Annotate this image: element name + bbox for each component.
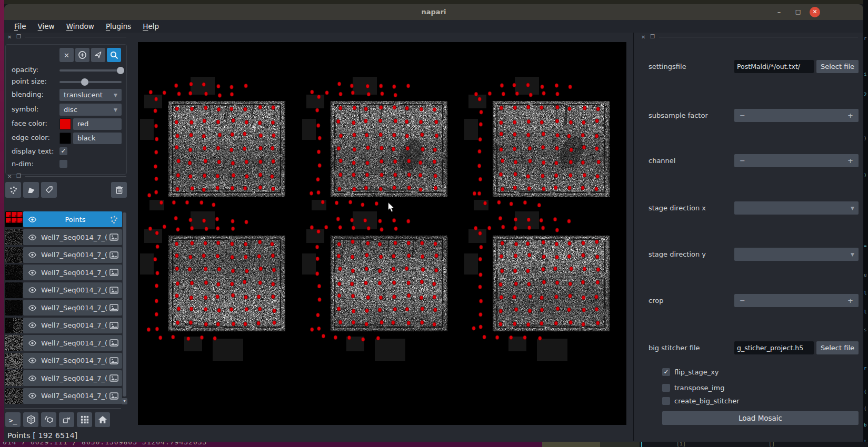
terminal-glyph: u [864, 272, 866, 278]
layer-row[interactable]: Well7_Seq0014_7_( [23, 300, 122, 316]
visibility-eye-icon[interactable] [23, 357, 41, 364]
dock-float-icon[interactable]: ❐ [16, 34, 21, 39]
load-mosaic-button[interactable]: Load Mosaic [662, 411, 859, 425]
increment-icon[interactable]: + [847, 297, 853, 304]
visibility-eye-icon[interactable] [23, 287, 41, 293]
flip_stage_xy-checkbox[interactable]: ✓ [662, 368, 670, 376]
increment-icon[interactable]: + [847, 157, 853, 165]
console-button[interactable]: >_ [5, 412, 21, 427]
dock-float-icon[interactable]: ❐ [650, 34, 655, 39]
viewer-canvas[interactable] [138, 42, 626, 425]
layer-row[interactable]: Well7_Seq0014_7_( [23, 370, 122, 386]
big-stitcher-file-input[interactable]: g_sticher_project.h5 [734, 341, 814, 354]
plus-circle-icon [78, 50, 87, 59]
visibility-eye-icon[interactable] [23, 251, 41, 258]
decrement-icon[interactable]: − [740, 297, 745, 304]
terminal-glyph: b [864, 422, 866, 428]
layer-row[interactable]: Points [23, 211, 122, 227]
create_big_stitcher-label: create_big_stitcher [674, 397, 740, 405]
layer-row[interactable]: Well7_Seq0014_7_( [23, 318, 122, 333]
transpose-dimensions-button[interactable] [59, 412, 74, 427]
menu-view[interactable]: View [32, 22, 61, 31]
titlebar[interactable]: napari – □ ✕ [4, 4, 863, 20]
increment-icon[interactable]: + [847, 111, 853, 119]
dock-float-icon[interactable]: ❐ [16, 174, 21, 179]
layer-row[interactable]: Well7_Seq0014_7_( [23, 353, 122, 369]
pan-zoom-button[interactable] [107, 48, 121, 62]
visibility-eye-icon[interactable] [23, 340, 41, 347]
new-shapes-layer-button[interactable] [23, 182, 39, 198]
opacity-slider-handle[interactable] [117, 67, 124, 74]
visibility-eye-icon[interactable] [23, 304, 41, 311]
visibility-eye-icon[interactable] [23, 375, 41, 382]
face-color-field[interactable]: red [73, 118, 122, 130]
edge-color-field[interactable]: black [73, 133, 122, 144]
roll-dimensions-button[interactable] [41, 412, 56, 427]
add-points-button[interactable] [75, 48, 89, 62]
maximize-button[interactable]: □ [793, 7, 803, 17]
new-points-layer-button[interactable] [5, 182, 21, 198]
delete-selected-points-button[interactable]: ✕ [59, 48, 74, 62]
dock-splitter[interactable] [633, 33, 634, 441]
crop-spinbox[interactable]: −+ [734, 294, 859, 307]
visibility-eye-icon[interactable] [23, 322, 41, 329]
dock-close-icon[interactable]: ✕ [7, 35, 12, 40]
delete-layer-button[interactable] [111, 182, 127, 198]
layer-name: Well7_Seq0014_7_( [41, 392, 109, 400]
layer-thumbnail [5, 388, 23, 404]
transpose_img-checkbox[interactable] [662, 384, 670, 392]
symbol-dropdown[interactable]: disc ▼ [59, 104, 122, 116]
point-size-slider-handle[interactable] [81, 78, 88, 86]
select-file-button[interactable]: Select file [816, 60, 859, 73]
scrollbar-down-arrow[interactable]: ▾ [122, 398, 127, 404]
layer-row[interactable]: Well7_Seq0014_7_( [23, 229, 122, 245]
face-color-swatch[interactable] [59, 118, 71, 130]
terminal-glyph: l [864, 290, 866, 296]
visibility-eye-icon[interactable] [23, 216, 41, 223]
layer-row[interactable]: Well7_Seq0014_7_( [23, 247, 122, 263]
layer-row[interactable]: Well7_Seq0014_7_( [23, 388, 122, 404]
field-label-stage-direction-y: stage direction y [648, 250, 706, 258]
image-layer-icon [109, 322, 118, 329]
visibility-eye-icon[interactable] [23, 234, 41, 241]
subsample-factor-spinbox[interactable]: −+ [734, 109, 859, 122]
point-size-slider[interactable] [59, 81, 122, 83]
visibility-eye-icon[interactable] [23, 269, 41, 276]
stage-direction-y-dropdown[interactable]: ▼ [734, 248, 859, 261]
layer-row[interactable]: Well7_Seq0014_7_( [23, 335, 122, 351]
menu-help[interactable]: Help [137, 22, 165, 31]
home-reset-view-button[interactable] [95, 412, 110, 427]
menu-file[interactable]: File [8, 22, 32, 31]
channel-spinbox[interactable]: −+ [734, 154, 859, 167]
close-button[interactable]: ✕ [810, 7, 820, 17]
display-text-checkbox[interactable]: ✓ [59, 147, 67, 155]
layer-thumbnail [5, 247, 23, 263]
layer-row[interactable]: Well7_Seq0014_7_( [23, 282, 122, 298]
menu-window[interactable]: Window [61, 22, 100, 31]
stage-direction-x-dropdown[interactable]: ▼ [734, 201, 859, 215]
decrement-icon[interactable]: − [740, 111, 745, 119]
minimize-button[interactable]: – [774, 7, 784, 17]
opacity-slider[interactable] [59, 69, 122, 72]
toggle-ndisplay-button[interactable] [23, 412, 38, 427]
settingsfile-input[interactable]: /PostMaldi/*/out.txt [734, 60, 814, 73]
visibility-eye-icon[interactable] [23, 392, 41, 399]
separator-line [5, 408, 121, 409]
select-file-button[interactable]: Select file [816, 341, 859, 354]
edge-color-swatch[interactable] [59, 133, 71, 144]
grid-view-button[interactable] [77, 412, 92, 427]
magnifier-icon [110, 51, 118, 59]
new-labels-layer-button[interactable] [41, 182, 57, 198]
ndim-checkbox[interactable] [59, 160, 67, 168]
decrement-icon[interactable]: − [740, 157, 745, 165]
dock-close-icon[interactable]: ✕ [7, 174, 12, 179]
opacity-label: opacity: [12, 66, 38, 74]
dock-close-icon[interactable]: ✕ [641, 35, 645, 40]
layer-row[interactable]: Well7_Seq0014_7_( [23, 265, 122, 280]
image-layer-icon [109, 304, 118, 311]
create_big_stitcher-checkbox[interactable] [662, 397, 670, 405]
layer-list-scrollbar[interactable] [123, 212, 126, 397]
blending-dropdown[interactable]: translucent ▼ [59, 89, 122, 101]
menu-plugins[interactable]: Plugins [100, 22, 137, 31]
select-points-button[interactable] [91, 48, 105, 62]
